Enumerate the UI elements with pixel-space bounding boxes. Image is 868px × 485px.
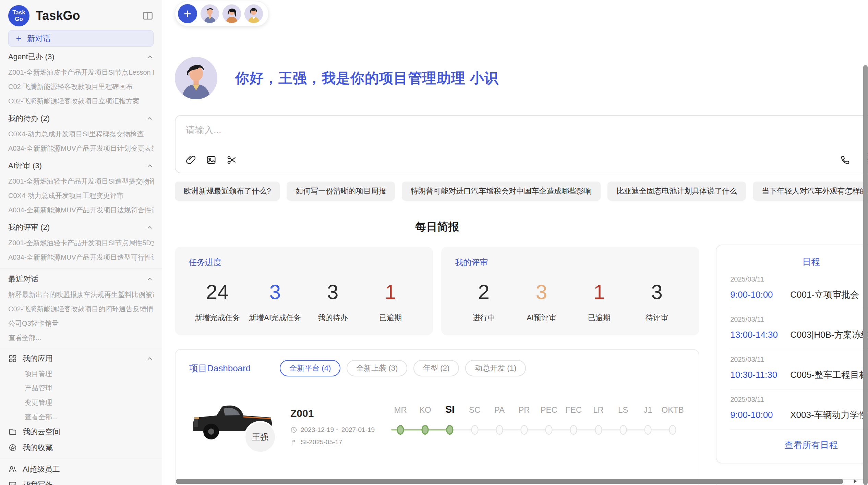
project-row[interactable]: 王强 Z001 2023-12-19 ~ 2027-01-19 xyxy=(189,394,685,459)
help-me-write-row[interactable]: 帮我写作 xyxy=(8,477,154,485)
sidebar-section: Agent已办 (3) Z001-全新燃油皮卡产品开发项目SI节点Lesson … xyxy=(8,49,154,108)
sidebar-item[interactable]: C0X4-动力总成开发项目工程变更评审 xyxy=(8,188,154,203)
suggestion-chip[interactable]: 如何写一份清晰的项目周报 xyxy=(287,182,395,201)
people-icon xyxy=(8,465,17,474)
stat-cell: 1 已逾期 xyxy=(570,280,628,323)
schedule-item-line: 13:00-14:30 C003|H0B-方案冻结评审 加入 xyxy=(730,329,868,341)
horizontal-scrollbar[interactable] xyxy=(176,479,843,484)
sidebar-item[interactable]: Z001-全新燃油轻卡产品开发项目SI节点属性5D文件评审 xyxy=(8,236,154,250)
scroll-right-arrow-icon[interactable] xyxy=(852,478,858,485)
sidebar-item[interactable]: Z001-全新燃油皮卡产品开发项目SI节点Lesson Learn报告 xyxy=(8,65,154,79)
dashboard-title: 项目Dashboard xyxy=(189,362,251,374)
schedule-item: 2025/03/11 10:30-11:30 C005-整车工程目标评审 加入 xyxy=(730,349,868,389)
chevron-up-icon[interactable] xyxy=(146,115,154,122)
my-cloud-row[interactable]: 我的云空间 xyxy=(8,424,154,440)
milestone-label: SC xyxy=(462,405,487,415)
logo-text-bottom: Go xyxy=(15,16,23,22)
my-apps-item[interactable]: 查看全部... xyxy=(25,410,154,424)
collapse-sidebar-icon[interactable] xyxy=(142,10,154,22)
star-badge-icon xyxy=(8,443,17,452)
dashboard-filter-chip[interactable]: 动总开发 (1) xyxy=(465,360,526,376)
sidebar-item[interactable]: C02-飞腾新能源轻客改款项目立项汇报方案 xyxy=(8,94,154,108)
milestone-dot-pending xyxy=(521,425,528,435)
chat-input[interactable] xyxy=(176,116,868,154)
ai-super-staff-row[interactable]: AI超级员工 xyxy=(8,461,154,477)
sidebar-section-header[interactable]: 我的评审 (2) xyxy=(8,219,154,236)
dashboard-filter-chip[interactable]: 年型 (2) xyxy=(413,360,459,376)
dashboard-filters: 全新平台 (4) 全新上装 (3) 年型 (2) 动总开发 (1) xyxy=(280,360,526,376)
sidebar-item[interactable]: C02-飞腾新能源轻客改款项目里程碑画布 xyxy=(8,79,154,94)
recent-chat-item[interactable]: C02-飞腾新能源轻客改款项目的闭环通告反馈情况 xyxy=(8,302,154,316)
stat-cell: 24 新增完成任务 xyxy=(189,280,246,323)
stat-cell: 1 已逾期 xyxy=(362,280,419,323)
my-apps-item[interactable]: 变更管理 xyxy=(25,395,154,410)
dashboard-filter-chip[interactable]: 全新平台 (4) xyxy=(280,360,340,376)
clock-icon xyxy=(290,426,297,433)
stat-value: 3 xyxy=(628,280,686,304)
suggestion-chip[interactable]: 特朗普可能对进口汽车增税会对中国车企造成哪些影响 xyxy=(402,182,601,201)
my-apps-header[interactable]: 我的应用 xyxy=(8,351,154,366)
stat-value: 2 xyxy=(455,280,513,304)
contact-avatar[interactable] xyxy=(244,4,263,23)
add-contact-button[interactable] xyxy=(178,4,197,23)
schedule-item-line: 10:30-11:30 C005-整车工程目标评审 加入 xyxy=(730,369,868,381)
greeting-text: 你好，王强，我是你的项目管理助理 小识 xyxy=(235,69,498,88)
recent-chat-item[interactable]: 解释最新出台的欧盟报废车法规再生塑料比例被调至15%... xyxy=(8,287,154,302)
schedule-event-title: C003|H0B-方案冻结评审 xyxy=(790,329,868,341)
suggestion-chip[interactable]: 比亚迪全固态电池计划具体说了什么 xyxy=(607,182,746,201)
chevron-up-icon[interactable] xyxy=(146,53,154,61)
recent-chats-header[interactable]: 最近对话 xyxy=(8,271,154,287)
stat-value: 1 xyxy=(362,280,419,304)
milestone-timeline: MRKOSISCPAPRPECFECLRLSJ1OKTB xyxy=(388,404,685,439)
recent-chat-item[interactable]: 公司Q3轻卡销量 xyxy=(8,316,154,331)
chevron-up-icon[interactable] xyxy=(146,275,154,283)
sidebar-item[interactable]: A034-全新新能源MUV产品开发项目计划变更表编写 xyxy=(8,141,154,156)
chevron-up-icon[interactable] xyxy=(146,162,154,170)
sidebar-section-header[interactable]: Agent已办 (3) xyxy=(8,49,154,65)
schedule-time: 10:30-11:30 xyxy=(730,370,790,380)
milestone-dot-pending xyxy=(619,425,627,435)
suggestion-chip[interactable]: 当下年轻人对汽车外观有怎样的喜好趋势 xyxy=(753,182,868,201)
recent-chats-label: 最近对话 xyxy=(8,274,38,284)
contact-avatar[interactable] xyxy=(201,4,219,23)
my-apps-item[interactable]: 项目管理 xyxy=(25,366,154,381)
sidebar-item[interactable]: C0X4-动力总成开发项目SI里程碑提交物检查 xyxy=(8,127,154,141)
my-favorites-row[interactable]: 我的收藏 xyxy=(8,440,154,456)
schedule-date: 2025/03/11 xyxy=(730,396,868,403)
stat-card: 我的评审 2 进行中 3 xyxy=(441,247,699,335)
stat-card-title: 我的评审 xyxy=(455,257,686,268)
schedule-date: 2025/03/11 xyxy=(730,315,868,323)
top-bar: 王强 xyxy=(175,0,868,26)
app-title: TaskGo xyxy=(36,9,142,23)
app-logo: Task Go xyxy=(8,5,29,26)
stat-value: 3 xyxy=(513,280,570,304)
sidebar-item[interactable]: A034-全新新能源MUV产品开发项目法规符合性评审 xyxy=(8,203,154,217)
phone-icon[interactable] xyxy=(840,154,851,165)
stat-value: 1 xyxy=(570,280,628,304)
chevron-up-icon[interactable] xyxy=(146,355,154,362)
sidebar-section-header[interactable]: 我的待办 (2) xyxy=(8,110,154,127)
chevron-up-icon[interactable] xyxy=(146,224,154,231)
stat-value: 3 xyxy=(304,280,362,304)
milestone-label: OKTB xyxy=(660,405,685,415)
sidebar-item[interactable]: A034-全新新能源MUV产品开发项目造型可行性评审 xyxy=(8,250,154,264)
divider xyxy=(0,349,162,349)
new-chat-button[interactable]: 新对话 xyxy=(8,30,154,47)
view-all-schedule-link[interactable]: 查看所有日程 xyxy=(730,430,868,455)
project-dates: 2023-12-19 ~ 2027-01-19 xyxy=(290,426,378,434)
my-apps-item[interactable]: 产品管理 xyxy=(25,381,154,395)
suggestion-chip[interactable]: 欧洲新规最近颁布了什么? xyxy=(175,182,280,201)
sidebar-item[interactable]: Z001-全新燃油轻卡产品开发项目SI造型提交物评审 xyxy=(8,174,154,188)
milestone-label: SI xyxy=(437,404,462,415)
stat-cell: 3 AI预评审 xyxy=(513,280,570,323)
stat-label: 已逾期 xyxy=(362,313,419,323)
scissors-icon[interactable] xyxy=(226,154,237,165)
vertical-scrollbar[interactable] xyxy=(863,65,868,485)
image-icon[interactable] xyxy=(206,154,217,165)
paperclip-icon[interactable] xyxy=(185,154,196,165)
dashboard-filter-chip[interactable]: 全新上装 (3) xyxy=(347,360,407,376)
contact-avatar[interactable] xyxy=(222,4,241,23)
sidebar-section-header[interactable]: AI评审 (3) xyxy=(8,158,154,174)
project-code: Z001 xyxy=(290,408,378,419)
recent-view-all[interactable]: 查看全部... xyxy=(8,331,154,345)
